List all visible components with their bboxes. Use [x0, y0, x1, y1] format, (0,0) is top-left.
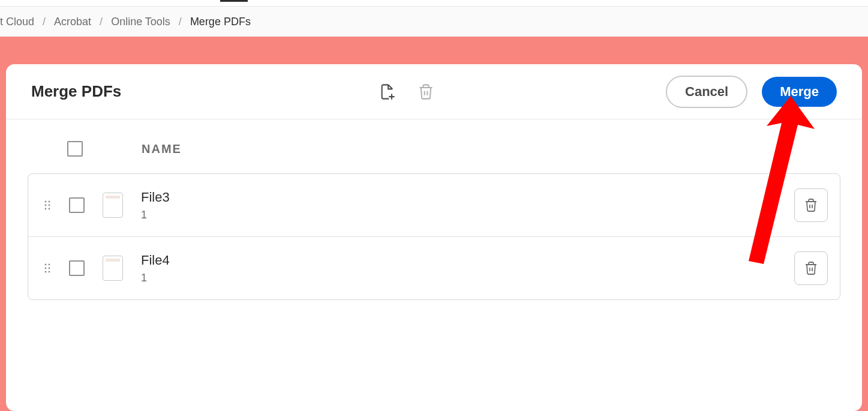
merge-button[interactable]: Merge [762, 77, 837, 107]
file-name: File3 [141, 190, 776, 205]
svg-point-6 [45, 205, 47, 206]
trash-icon[interactable] [418, 83, 434, 100]
svg-point-15 [49, 268, 50, 269]
file-list: File3 1 [28, 173, 840, 300]
svg-point-4 [45, 201, 47, 203]
breadcrumb-separator: / [179, 16, 182, 28]
svg-point-12 [45, 264, 47, 266]
table-row: File4 1 [28, 236, 840, 299]
file-thumbnail-icon [103, 193, 123, 218]
file-page-count: 1 [141, 272, 776, 284]
card-body: NAME File3 1 [6, 119, 862, 300]
breadcrumb: t Cloud / Acrobat / Online Tools / Merge… [0, 7, 868, 37]
svg-point-9 [49, 208, 50, 210]
card-header: Merge PDFs [6, 64, 862, 119]
file-info: File3 1 [141, 190, 776, 221]
top-bar [0, 0, 868, 7]
drag-handle-icon[interactable] [44, 199, 51, 211]
breadcrumb-item-acrobat[interactable]: Acrobat [54, 16, 91, 28]
breadcrumb-item-tools[interactable]: Online Tools [111, 16, 170, 28]
select-all-checkbox[interactable] [67, 141, 83, 157]
file-name: File4 [141, 253, 776, 268]
row-checkbox[interactable] [69, 197, 85, 213]
svg-point-5 [49, 201, 50, 203]
trash-icon [804, 261, 818, 275]
active-tab-indicator [220, 0, 248, 2]
page-background: Merge PDFs [0, 37, 868, 411]
file-thumbnail-icon [103, 256, 123, 281]
table-row: File3 1 [28, 174, 840, 236]
drag-handle-icon[interactable] [44, 262, 51, 274]
row-checkbox[interactable] [69, 260, 85, 276]
svg-point-13 [49, 264, 50, 266]
main-card: Merge PDFs [6, 64, 862, 411]
page-title: Merge PDFs [31, 82, 121, 101]
column-header-name: NAME [142, 142, 182, 156]
file-info: File4 1 [141, 253, 776, 284]
cancel-button[interactable]: Cancel [666, 76, 747, 108]
add-file-icon[interactable] [379, 83, 396, 100]
delete-row-button[interactable] [794, 188, 828, 222]
breadcrumb-item-cloud[interactable]: t Cloud [0, 16, 34, 28]
file-page-count: 1 [141, 209, 776, 221]
table-header: NAME [28, 141, 840, 173]
breadcrumb-separator: / [43, 16, 46, 28]
trash-icon [804, 198, 818, 212]
svg-point-7 [49, 205, 50, 206]
breadcrumb-separator: / [100, 16, 103, 28]
svg-point-16 [45, 271, 47, 273]
svg-point-8 [45, 208, 47, 210]
delete-row-button[interactable] [794, 251, 828, 285]
svg-point-14 [45, 268, 47, 269]
header-actions: Cancel Merge [666, 76, 837, 108]
svg-point-17 [49, 271, 50, 273]
breadcrumb-current: Merge PDFs [190, 16, 251, 28]
toolbar [379, 83, 434, 100]
